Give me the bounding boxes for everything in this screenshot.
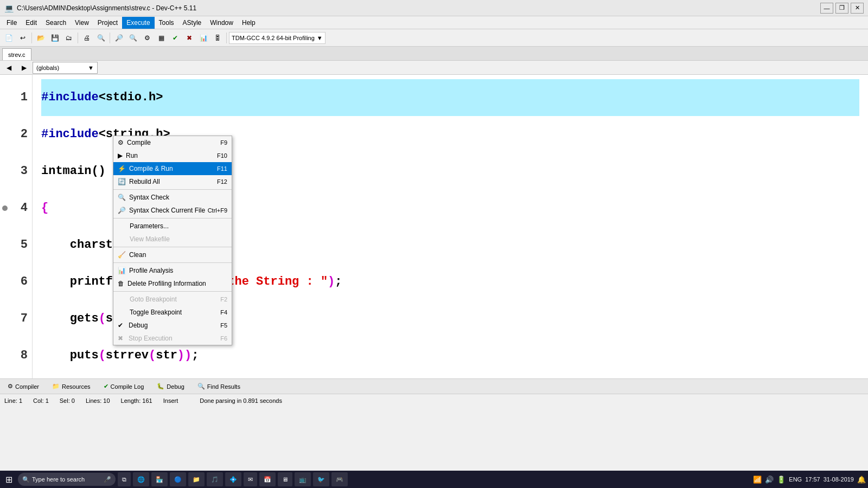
menu-parameters[interactable]: Parameters... bbox=[113, 220, 232, 233]
close-button[interactable]: ✕ bbox=[851, 3, 864, 14]
search-icon: 🔍 bbox=[22, 476, 30, 483]
store-button[interactable]: 🏪 bbox=[151, 472, 168, 486]
scope-dropdown[interactable]: (globals) ▼ bbox=[33, 62, 98, 74]
app4-button[interactable]: 🎮 bbox=[331, 472, 348, 486]
code-line-1: #include <stdio.h> bbox=[41, 79, 859, 116]
save-all-button[interactable]: 🗂 bbox=[62, 31, 75, 44]
toolbar-sep-2 bbox=[78, 33, 78, 43]
task-view-button[interactable]: ⧉ bbox=[118, 472, 131, 486]
tab-find-results[interactable]: 🔍 Find Results bbox=[192, 380, 246, 393]
toolbar: 📄 ↩ 📂 💾 🗂 🖨 🔍 🔎 🔍 ⚙ ▦ ✔ ✖ 📊 🎛 TDM-GCC 4.… bbox=[0, 29, 868, 47]
menu-help[interactable]: Help bbox=[238, 17, 260, 29]
email-button[interactable]: ✉ bbox=[244, 472, 257, 486]
music-button[interactable]: 🎵 bbox=[207, 472, 223, 486]
stop-shortcut: F6 bbox=[220, 335, 227, 342]
tab-bar: strev.c bbox=[0, 47, 868, 61]
menu-clean[interactable]: 🧹 Clean bbox=[113, 248, 232, 261]
compiler-dropdown[interactable]: TDM-GCC 4.9.2 64-bit Profiling ▼ bbox=[229, 32, 326, 44]
chrome-button[interactable]: 🔵 bbox=[170, 472, 186, 486]
app3-button[interactable]: 📺 bbox=[295, 472, 311, 486]
new-button[interactable]: 📄 bbox=[2, 31, 15, 44]
line-num-2: 2 bbox=[0, 116, 32, 153]
find-results-label: Find Results bbox=[207, 383, 240, 390]
taskbar-search[interactable]: 🔍 Type here to search 🎤 bbox=[18, 473, 116, 486]
open-button[interactable]: 📂 bbox=[34, 31, 47, 44]
menu-debug[interactable]: ✔ Debug F5 bbox=[113, 319, 232, 332]
menu-compile-run[interactable]: ⚡ Compile & Run F11 bbox=[113, 162, 232, 175]
menu-toggle-breakpoint[interactable]: Toggle Breakpoint F4 bbox=[113, 306, 232, 319]
menu-edit[interactable]: Edit bbox=[21, 17, 41, 29]
print-button[interactable]: 🖨 bbox=[80, 31, 93, 44]
menu-run[interactable]: ▶ Run F10 bbox=[113, 149, 232, 162]
twitter-button[interactable]: 🐦 bbox=[313, 472, 329, 486]
compile-icon: ⚙ bbox=[118, 139, 124, 146]
properties-button[interactable]: ⚙ bbox=[141, 31, 154, 44]
save-button[interactable]: 💾 bbox=[48, 31, 61, 44]
title-bar: 💻 C:\Users\ADMIN\Desktop\Assignments\str… bbox=[0, 0, 868, 16]
profile-analysis-label: Profile Analysis bbox=[129, 267, 173, 274]
menu-astyle[interactable]: AStyle bbox=[178, 17, 206, 29]
network-icon[interactable]: 📶 bbox=[753, 476, 762, 484]
grid-button[interactable]: ▦ bbox=[155, 31, 168, 44]
menu-rebuild[interactable]: 🔄 Rebuild All F12 bbox=[113, 175, 232, 188]
compile-shortcut: F9 bbox=[220, 139, 227, 146]
rebuild-shortcut: F12 bbox=[217, 178, 227, 185]
check-button[interactable]: ✔ bbox=[169, 31, 182, 44]
app1-button[interactable]: 💠 bbox=[225, 472, 241, 486]
app2-button[interactable]: 🖥 bbox=[278, 472, 292, 486]
tab-resources[interactable]: 📁 Resources bbox=[47, 380, 96, 393]
calendar-button[interactable]: 📅 bbox=[259, 472, 276, 486]
menu-window[interactable]: Window bbox=[206, 17, 238, 29]
x-button[interactable]: ✖ bbox=[183, 31, 196, 44]
line-num-4: 4 bbox=[0, 190, 32, 227]
tab-compile-log[interactable]: ✔ Compile Log bbox=[98, 380, 150, 393]
lang-label: ENG bbox=[789, 476, 802, 483]
back-button[interactable]: ◀ bbox=[2, 61, 15, 74]
file-tab[interactable]: strev.c bbox=[2, 48, 31, 60]
menu-tools[interactable]: Tools bbox=[155, 17, 178, 29]
status-lines: Lines: 10 bbox=[86, 397, 110, 404]
breakpoint-marker bbox=[2, 206, 8, 211]
title-bar-left: 💻 C:\Users\ADMIN\Desktop\Assignments\str… bbox=[4, 4, 196, 12]
explorer-button[interactable]: 📁 bbox=[188, 472, 205, 486]
forward-button[interactable]: ▶ bbox=[17, 61, 30, 74]
view-makefile-label: View Makefile bbox=[130, 235, 170, 243]
notification-icon[interactable]: 🔔 bbox=[857, 476, 866, 484]
menu-execute[interactable]: Execute bbox=[122, 17, 154, 29]
minimize-button[interactable]: — bbox=[820, 3, 833, 14]
tab-compiler[interactable]: ⚙ Compiler bbox=[2, 380, 44, 393]
menu-view[interactable]: View bbox=[71, 17, 93, 29]
menu-syntax-check[interactable]: 🔍 Syntax Check bbox=[113, 191, 232, 204]
menu-file[interactable]: File bbox=[2, 17, 21, 29]
dropdown-arrow-icon: ▼ bbox=[317, 35, 323, 41]
find-button[interactable]: 🔍 bbox=[94, 31, 107, 44]
menu-delete-profile[interactable]: 🗑 Delete Profiling Information bbox=[113, 277, 232, 290]
tab-debug[interactable]: 🐛 Debug bbox=[151, 380, 189, 393]
menu-profile-analysis[interactable]: 📊 Profile Analysis bbox=[113, 264, 232, 277]
volume-icon[interactable]: 🔊 bbox=[765, 476, 774, 484]
undo-button[interactable]: ↩ bbox=[16, 31, 29, 44]
line-num-8: 8 bbox=[0, 337, 32, 374]
window-title: C:\Users\ADMIN\Desktop\Assignments\strev… bbox=[17, 4, 196, 12]
battery-icon[interactable]: 🔋 bbox=[777, 476, 786, 484]
toolbar-sep-1 bbox=[31, 33, 32, 43]
stop-execution-label: Stop Execution bbox=[129, 335, 173, 342]
settings-button[interactable]: 🎛 bbox=[211, 31, 224, 44]
edge-button[interactable]: 🌐 bbox=[133, 472, 149, 486]
menu-syntax-check-file[interactable]: 🔎 Syntax Check Current File Ctrl+F9 bbox=[113, 204, 232, 217]
file-tab-label: strev.c bbox=[8, 52, 25, 58]
chart-button[interactable]: 📊 bbox=[197, 31, 210, 44]
syntax-file-icon: 🔎 bbox=[118, 207, 126, 214]
zoom-out-button[interactable]: 🔍 bbox=[126, 31, 139, 44]
second-toolbar: ◀ ▶ (globals) ▼ bbox=[0, 61, 868, 75]
status-length: Length: 161 bbox=[121, 397, 152, 404]
goto-bp-shortcut: F2 bbox=[220, 296, 227, 303]
menu-compile[interactable]: ⚙ Compile F9 bbox=[113, 136, 232, 149]
debug-shortcut: F5 bbox=[220, 322, 227, 329]
maximize-button[interactable]: ❐ bbox=[835, 3, 848, 14]
start-button[interactable]: ⊞ bbox=[2, 474, 16, 485]
menu-search[interactable]: Search bbox=[41, 17, 71, 29]
zoom-in-button[interactable]: 🔎 bbox=[112, 31, 125, 44]
stop-icon: ✖ bbox=[118, 335, 125, 342]
menu-project[interactable]: Project bbox=[93, 17, 122, 29]
